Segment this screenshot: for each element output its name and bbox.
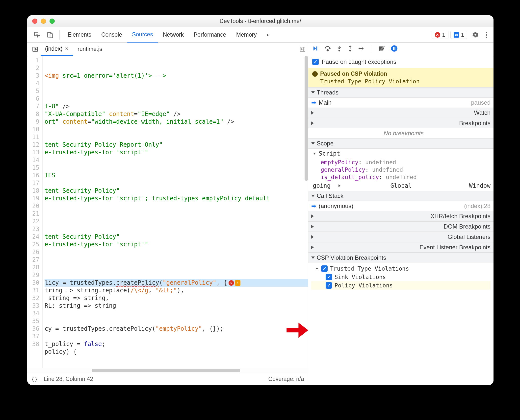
annotation-arrow-icon xyxy=(286,322,309,339)
main-tabbar: Elements Console Sources Network Perform… xyxy=(27,27,494,43)
message-count-pill[interactable]: ✉ 1 xyxy=(450,31,467,39)
scope-global[interactable]: going Global Window xyxy=(308,181,494,191)
file-tab-label: (index) xyxy=(45,46,62,52)
step-button[interactable] xyxy=(358,46,365,53)
thread-main[interactable]: ➡ Main paused xyxy=(308,98,494,108)
code-editor[interactable]: 1234567891011121314151617181920212223242… xyxy=(27,56,308,368)
svg-point-11 xyxy=(359,47,360,49)
svg-rect-15 xyxy=(393,47,394,50)
info-icon: i xyxy=(312,71,318,77)
section-csp[interactable]: CSP Violation Breakpoints xyxy=(308,253,494,263)
section-breakpoints[interactable]: Breakpoints xyxy=(308,118,494,128)
navigator-toggle-icon[interactable] xyxy=(30,46,41,52)
more-menu-icon[interactable] xyxy=(483,31,490,38)
error-icon: ✕ xyxy=(435,32,440,38)
resume-button[interactable] xyxy=(312,45,319,53)
banner-title: Paused on CSP violation xyxy=(320,70,387,77)
tab-elements[interactable]: Elements xyxy=(63,27,96,43)
sink-violations-node[interactable]: ✓ Sink Violations xyxy=(311,273,491,281)
tab-memory[interactable]: Memory xyxy=(231,27,262,43)
titlebar: DevTools - tt-enforced.glitch.me/ xyxy=(27,15,494,27)
current-frame-icon: ➡ xyxy=(311,203,316,210)
inspect-element-icon[interactable] xyxy=(32,30,42,40)
error-count-pill[interactable]: ✕ 1 xyxy=(432,31,448,39)
svg-point-9 xyxy=(338,50,340,51)
scope-var[interactable]: is_default_policy: undefined xyxy=(308,173,494,181)
code-content: <img src=1 onerror='alert(1)'> --> f-8" … xyxy=(43,56,308,368)
cursor-position: Line 28, Column 42 xyxy=(44,376,93,382)
paused-banner: iPaused on CSP violation Trusted Type Po… xyxy=(308,68,494,87)
message-count: 1 xyxy=(461,32,464,38)
editor-hscroll[interactable] xyxy=(27,368,308,373)
file-tab-runtime[interactable]: runtime.js xyxy=(73,43,107,56)
policy-violations-node[interactable]: ✓ Policy Violations xyxy=(311,281,491,290)
tab-network[interactable]: Network xyxy=(158,27,189,43)
checkbox-checked-icon[interactable]: ✓ xyxy=(326,282,332,289)
csp-tree: ✓ Trusted Type Violations ✓ Sink Violati… xyxy=(308,263,494,291)
banner-subtitle: Trusted Type Policy Violation xyxy=(320,78,490,85)
editor-vscroll[interactable] xyxy=(305,56,308,181)
tab-overflow[interactable]: » xyxy=(262,27,275,43)
pretty-print-button[interactable]: {} xyxy=(31,376,38,382)
run-snippet-icon[interactable] xyxy=(297,46,308,52)
message-icon: ✉ xyxy=(454,32,459,38)
error-count: 1 xyxy=(442,32,445,38)
pause-caught-row[interactable]: ✓ Pause on caught exceptions xyxy=(308,56,494,68)
checkbox-checked-icon[interactable]: ✓ xyxy=(326,274,332,280)
step-over-button[interactable] xyxy=(324,46,331,53)
debugger-pane: ✓ Pause on caught exceptions iPaused on … xyxy=(308,43,494,385)
checkbox-checked-icon[interactable]: ✓ xyxy=(312,59,319,65)
coverage-label: Coverage: n/a xyxy=(268,376,304,382)
svg-rect-2 xyxy=(50,34,53,38)
step-out-button[interactable] xyxy=(347,45,353,53)
section-listeners[interactable]: Global Listeners xyxy=(308,232,494,242)
tab-sources[interactable]: Sources xyxy=(127,27,158,43)
section-xhr[interactable]: XHR/fetch Breakpoints xyxy=(308,211,494,221)
file-tab-index[interactable]: (index) ✕ xyxy=(41,43,73,56)
editor-statusbar: {} Line 28, Column 42 Coverage: n/a xyxy=(27,373,308,385)
tab-console[interactable]: Console xyxy=(96,27,127,43)
deactivate-breakpoints-button[interactable] xyxy=(378,45,385,53)
tab-performance[interactable]: Performance xyxy=(189,27,231,43)
settings-icon[interactable] xyxy=(472,31,480,39)
devtools-window: DevTools - tt-enforced.glitch.me/ Elemen… xyxy=(27,15,494,385)
svg-point-8 xyxy=(327,49,328,51)
scope-var[interactable]: emptyPolicy: undefined xyxy=(308,159,494,166)
section-dom[interactable]: DOM Breakpoints xyxy=(308,221,494,232)
section-callstack[interactable]: Call Stack xyxy=(308,191,494,201)
no-breakpoints-label: No breakpoints xyxy=(308,128,494,138)
pause-caught-label: Pause on caught exceptions xyxy=(322,58,396,65)
section-scope[interactable]: Scope xyxy=(308,138,494,149)
close-icon[interactable]: ✕ xyxy=(65,46,69,51)
window-title: DevTools - tt-enforced.glitch.me/ xyxy=(27,18,494,24)
svg-point-14 xyxy=(391,45,397,52)
device-toggle-icon[interactable] xyxy=(45,30,55,40)
callstack-frame[interactable]: ➡ (anonymous) (index):28 xyxy=(308,201,494,211)
svg-rect-16 xyxy=(394,47,395,50)
svg-rect-7 xyxy=(316,46,317,50)
section-threads[interactable]: Threads xyxy=(308,87,494,98)
section-watch[interactable]: Watch xyxy=(308,108,494,118)
section-event[interactable]: Event Listener Breakpoints xyxy=(308,242,494,253)
scope-script[interactable]: Script xyxy=(308,149,494,159)
step-into-button[interactable] xyxy=(337,45,342,53)
pause-exceptions-button[interactable] xyxy=(391,45,398,53)
scope-var[interactable]: generalPolicy: undefined xyxy=(308,166,494,173)
debugger-toolbar xyxy=(308,43,494,56)
tt-violations-node[interactable]: ✓ Trusted Type Violations xyxy=(311,264,491,273)
current-thread-icon: ➡ xyxy=(311,99,316,106)
file-tab-label: runtime.js xyxy=(78,46,102,52)
line-gutter: 1234567891011121314151617181920212223242… xyxy=(27,56,43,368)
file-tabbar: (index) ✕ runtime.js xyxy=(27,43,308,56)
checkbox-checked-icon[interactable]: ✓ xyxy=(321,265,328,272)
svg-point-10 xyxy=(349,50,351,51)
